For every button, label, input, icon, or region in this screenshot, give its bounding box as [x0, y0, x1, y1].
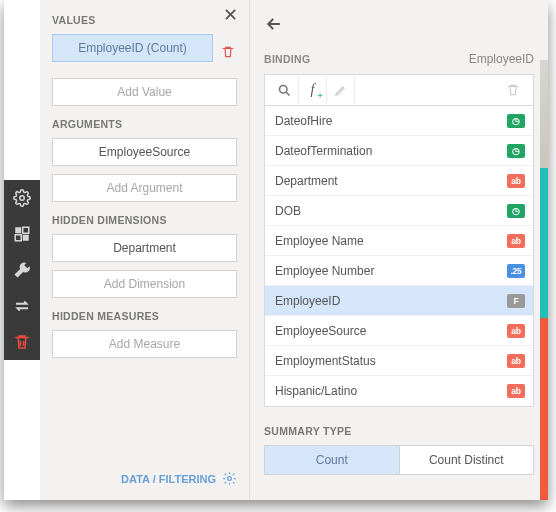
field-name: Department [275, 174, 338, 188]
svg-point-0 [20, 196, 25, 201]
gear-icon [222, 471, 237, 486]
add-formula-icon[interactable]: f+ [299, 76, 327, 104]
field-name: DateofTermination [275, 144, 372, 158]
argument-pill[interactable]: EmployeeSource [52, 138, 237, 166]
config-panel: ✕ VALUES EmployeeID (Count) Add Value AR… [40, 0, 250, 500]
field-type-badge: ab [507, 174, 525, 188]
layout-icon[interactable] [4, 216, 40, 252]
field-type-badge: ◷ [507, 144, 525, 158]
svg-point-6 [280, 85, 288, 93]
field-type-badge: ab [507, 384, 525, 398]
section-title-hidden-meas: HIDDEN MEASURES [52, 310, 237, 322]
field-name: Employee Name [275, 234, 364, 248]
remove-value-icon[interactable] [219, 45, 237, 59]
svg-rect-1 [15, 227, 21, 233]
field-name: EmployeeID [275, 294, 340, 308]
edit-icon [327, 76, 355, 104]
app-frame: ✕ VALUES EmployeeID (Count) Add Value AR… [4, 0, 548, 500]
hidden-dimension-pill[interactable]: Department [52, 234, 237, 262]
summary-title: SUMMARY TYPE [264, 425, 534, 437]
value-pill[interactable]: EmployeeID (Count) [52, 34, 213, 62]
side-tab-2[interactable] [540, 168, 548, 318]
add-argument-button[interactable]: Add Argument [52, 174, 237, 202]
search-icon[interactable] [271, 76, 299, 104]
binding-current: EmployeeID [469, 52, 534, 66]
vertical-toolbar [4, 180, 40, 360]
field-row[interactable]: EmployeeSourceab [265, 316, 533, 346]
section-title-values: VALUES [52, 14, 237, 26]
side-tabs [540, 60, 548, 500]
field-name: Employee Number [275, 264, 374, 278]
summary-option[interactable]: Count Distinct [399, 446, 534, 474]
binding-label: BINDING [264, 53, 310, 65]
field-type-badge: ab [507, 234, 525, 248]
side-tab-3[interactable] [540, 318, 548, 500]
add-value-button[interactable]: Add Value [52, 78, 237, 106]
binding-toolbar: f+ [264, 74, 534, 106]
field-row[interactable]: DOB◷ [265, 196, 533, 226]
field-name: Hispanic/Latino [275, 384, 357, 398]
svg-rect-2 [23, 227, 29, 233]
field-row[interactable]: Hispanic/Latinoab [265, 376, 533, 406]
field-type-badge: ◷ [507, 204, 525, 218]
summary-option[interactable]: Count [265, 446, 399, 474]
field-type-badge: .25 [507, 264, 525, 278]
svg-point-5 [228, 477, 232, 481]
section-title-hidden-dims: HIDDEN DIMENSIONS [52, 214, 237, 226]
data-filtering-link[interactable]: DATA / FILTERING [52, 461, 237, 500]
field-type-badge: ab [507, 354, 525, 368]
trash-icon [499, 76, 527, 104]
field-row[interactable]: EmploymentStatusab [265, 346, 533, 376]
svg-rect-4 [23, 235, 29, 241]
add-measure-button[interactable]: Add Measure [52, 330, 237, 358]
delete-icon[interactable] [4, 324, 40, 360]
gear-icon[interactable] [4, 180, 40, 216]
field-row[interactable]: DateofHire◷ [265, 106, 533, 136]
add-dimension-button[interactable]: Add Dimension [52, 270, 237, 298]
summary-segment: CountCount Distinct [264, 445, 534, 475]
field-name: DateofHire [275, 114, 332, 128]
svg-rect-3 [15, 235, 21, 241]
field-name: EmploymentStatus [275, 354, 376, 368]
field-row[interactable]: EmployeeIDF [265, 286, 533, 316]
field-type-badge: ◷ [507, 114, 525, 128]
field-row[interactable]: Employee Number.25 [265, 256, 533, 286]
wrench-icon[interactable] [4, 252, 40, 288]
section-title-arguments: ARGUMENTS [52, 118, 237, 130]
data-filtering-label: DATA / FILTERING [121, 473, 216, 485]
close-icon[interactable]: ✕ [219, 4, 241, 26]
field-row[interactable]: Employee Nameab [265, 226, 533, 256]
field-name: EmployeeSource [275, 324, 366, 338]
field-type-badge: F [507, 294, 525, 308]
swap-icon[interactable] [4, 288, 40, 324]
field-row[interactable]: Departmentab [265, 166, 533, 196]
back-icon[interactable] [264, 14, 284, 37]
field-list: DateofHire◷DateofTermination◷Departmenta… [264, 106, 534, 407]
field-type-badge: ab [507, 324, 525, 338]
field-name: DOB [275, 204, 301, 218]
side-tab-1[interactable] [540, 60, 548, 168]
binding-panel: BINDING EmployeeID f+ DateofHire◷DateofT… [250, 0, 548, 500]
field-row[interactable]: DateofTermination◷ [265, 136, 533, 166]
